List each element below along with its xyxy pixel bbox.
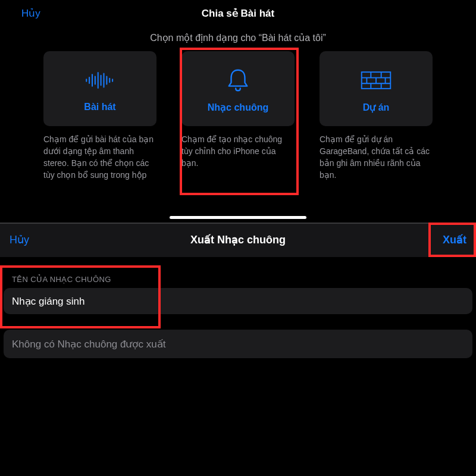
option-ringtone-desc: Chạm để tạo nhạc chuông tùy chỉnh cho iP… [181, 133, 295, 169]
exported-status-row[interactable]: Không có Nhạc chuông được xuất [4, 330, 472, 358]
share-song-sheet: Chia sẻ Bài hát Hủy Chọn một định dạng c… [0, 0, 476, 223]
cancel-button-top[interactable]: Hủy [21, 7, 40, 20]
option-song-desc: Chạm để gửi bài hát của bạn dưới dạng tệ… [43, 133, 156, 181]
option-project-desc: Chạm để gửi dự án GarageBand, chứa tất c… [320, 133, 433, 181]
ringtone-name-section-label: TÊN CỦA NHẠC CHUÔNG [12, 275, 111, 284]
option-project: Dự án Chạm để gửi dự án GarageBand, chứa… [320, 51, 433, 181]
export-ringtone-screen: Xuất Nhạc chuông Hủy Xuất TÊN CỦA NHẠC C… [0, 223, 476, 476]
home-indicator [170, 216, 306, 219]
export-button[interactable]: Xuất [443, 233, 466, 246]
share-title: Chia sẻ Bài hát [0, 7, 476, 20]
bricks-icon [361, 65, 392, 96]
option-ringtone-card[interactable]: Nhạc chuông [181, 51, 295, 126]
bell-icon [223, 65, 253, 96]
share-subtitle: Chọn một định dạng cho “Bài hát của tôi” [0, 32, 476, 43]
option-song-card[interactable]: Bài hát [43, 51, 156, 126]
exported-status-text: Không có Nhạc chuông được xuất [12, 338, 165, 350]
ringtone-name-input[interactable] [4, 288, 472, 314]
export-title: Xuất Nhạc chuông [0, 233, 476, 246]
option-song-label: Bài hát [84, 102, 115, 112]
cancel-button-bottom[interactable]: Hủy [10, 233, 29, 246]
top-header: Chia sẻ Bài hát Hủy [0, 6, 476, 24]
option-project-label: Dự án [363, 102, 390, 113]
bottom-header: Xuất Nhạc chuông Hủy Xuất [0, 224, 476, 257]
format-options-row: Bài hát Chạm để gửi bài hát của bạn dưới… [0, 51, 476, 181]
waveform-icon [84, 65, 115, 96]
option-ringtone: Nhạc chuông Chạm để tạo nhạc chuông tùy … [181, 51, 295, 181]
option-song: Bài hát Chạm để gửi bài hát của bạn dưới… [43, 51, 156, 181]
option-project-card[interactable]: Dự án [320, 51, 433, 126]
option-ringtone-label: Nhạc chuông [208, 102, 268, 113]
